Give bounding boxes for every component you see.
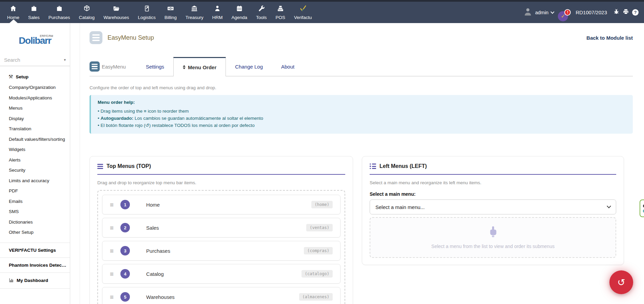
search-input[interactable] [4,57,55,63]
sidebar-item-widgets[interactable]: Widgets [0,145,70,155]
sidebar-item-emails[interactable]: Emails [0,196,70,207]
verifactu-status-widget[interactable]: ✓ ! [558,11,568,21]
top-menus-description: Drag and drop to reorganize top menu bar… [97,180,345,185]
tab-menu-order-label: Menu Order [188,64,216,70]
sidebar-section-phantom-invoices[interactable]: Phantom Invoices Detec… [0,263,70,268]
menu-code-pill: (catalogo) [301,270,333,278]
sidebar-item-security[interactable]: Security [0,165,70,176]
nav-item-catalog[interactable]: Catalog [75,2,99,23]
reset-menus-fab-button[interactable]: ↺ [609,270,633,294]
tab-about[interactable]: About [272,57,304,76]
nav-item-label: Billing [164,15,177,20]
catalog-icon [83,5,91,14]
nav-item-label: Purchases [48,15,70,20]
tab-change-log[interactable]: Change Log [226,57,272,76]
sidebar-item-limits[interactable]: Limits and accuracy [0,176,70,186]
main-menu-select[interactable]: Select a main menu... [370,200,616,214]
sidebar-item-pdf[interactable]: PDF [0,186,70,196]
drag-handle-icon[interactable]: ≡ [110,294,114,300]
order-number-badge: 3 [120,246,130,255]
main-menu-select-label: Select a main menu: [370,191,616,197]
active-menu-notch [9,19,18,23]
menu-row-label: Sales [146,225,159,231]
sidebar-section-setup[interactable]: ⚒ Setup [0,74,70,80]
logo-suffix: ERP/CRM [40,34,53,38]
help-icon[interactable]: ? [632,9,639,16]
drag-handle-icon[interactable]: ≡ [110,248,114,254]
nav-item-verifactu[interactable]: Verifactu [290,2,316,23]
app-window: Home Sales Purchases Catalog Warehouses … [0,0,644,304]
sidebar-divider [0,288,70,289]
page-header: EasyMenu Setup Back to Module list [90,31,633,44]
nav-item-tools[interactable]: Tools [252,2,271,23]
tools-icon [258,5,265,14]
submenu-empty-state: Select a menu from the list to view and … [370,217,616,258]
sidebar-item-modules[interactable]: Modules/Applications [0,93,70,103]
nav-item-label: Catalog [79,15,95,20]
menu-row-home[interactable]: ≡ 1 Home (home) [102,195,340,214]
purchases-icon [56,5,63,14]
menu-code-pill: (home) [311,201,333,208]
sidebar-item-company[interactable]: Company/Organization [0,82,70,93]
sidebar-item-translation[interactable]: Translation [0,124,70,134]
drag-handle-icon[interactable]: ≡ [110,202,114,208]
drag-handle-icon[interactable]: ≡ [110,225,114,231]
back-to-module-list-link[interactable]: Back to Module list [586,35,633,41]
sidebar-item-display[interactable]: Display [0,114,70,124]
setup-menu-list: Company/Organization Modules/Application… [0,82,70,238]
nav-item-label: Logistics [138,15,156,20]
sidebar-divider [0,272,70,273]
nav-item-label: Tools [256,15,267,20]
sidebar-item-menus[interactable]: Menus [0,103,70,114]
drag-handle-icon[interactable]: ≡ [110,271,114,277]
chevron-down-icon [607,204,611,208]
menu-row-catalog[interactable]: ≡ 4 Catalog (catalogo) [102,264,340,284]
top-menus-title: Top Menus (TOP) [106,163,151,169]
dolibarr-logo: Dolibarr ERP/CRM [19,35,51,46]
search-dropdown-caret-icon[interactable]: ▾ [64,58,66,62]
user-avatar [523,7,532,18]
menu-row-sales[interactable]: ≡ 2 Sales (ventas) [102,218,340,238]
sidebar-item-other-setup[interactable]: Other Setup [0,227,70,238]
nav-item-sales[interactable]: Sales [24,2,44,23]
hrm-icon [214,5,221,14]
order-number-badge: 1 [120,200,130,209]
nav-item-warehouses[interactable]: Warehouses [99,2,133,23]
page-title: EasyMenu Setup [108,34,154,41]
sales-icon [30,5,38,14]
verifactu-check-icon [299,5,307,14]
sidebar-item-sms[interactable]: SMS [0,207,70,217]
sidebar-item-alerts[interactable]: Alerts [0,155,70,166]
nav-item-label: POS [276,15,286,20]
sidebar-section-verifactu[interactable]: VERI*FACTU Settings [0,248,70,253]
debug-bug-icon[interactable] [613,8,620,16]
help-line-drag: • Drag items using the ≡ icon to reorder… [98,108,626,115]
user-menu[interactable]: admin [523,7,554,18]
navbar-tools: ? [613,8,639,16]
top-menus-sortable-list: ≡ 1 Home (home) ≡ 2 Sales (ventas) [97,190,345,304]
left-menus-panel-header: Left Menus (LEFT) [370,163,616,175]
nav-item-treasury[interactable]: Treasury [181,2,208,23]
sort-updown-icon [183,65,186,69]
left-menus-title: Left Menus (LEFT) [379,163,427,169]
top-menus-panel-header: Top Menus (TOP) [97,163,345,175]
nav-item-purchases[interactable]: Purchases [44,2,75,23]
dashboard-label: My Dashboard [17,278,48,283]
tab-settings[interactable]: Settings [137,57,173,76]
print-icon[interactable] [623,8,629,16]
sidebar-item-dictionaries[interactable]: Dictionaries [0,217,70,228]
tab-menu-order[interactable]: Menu Order [173,57,226,76]
page-description: Configure the order of top and left menu… [90,85,633,90]
menu-row-purchases[interactable]: ≡ 3 Purchases (compras) [102,241,340,261]
sidebar-item-defaults[interactable]: Default values/filters/sorting [0,134,70,145]
menu-row-label: Catalog [146,271,164,277]
menu-row-warehouses[interactable]: ≡ 5 Warehouses (almacenes) [102,287,340,304]
sidebar-section-my-dashboard[interactable]: My Dashboard [0,278,70,284]
nav-item-hrm[interactable]: HRM [208,2,227,23]
order-number-badge: 5 [120,292,130,302]
nav-item-billing[interactable]: Billing [160,2,181,23]
nav-item-logistics[interactable]: Logistics [133,2,160,23]
nav-item-agenda[interactable]: Agenda [227,2,252,23]
nav-item-pos[interactable]: POS [271,2,290,23]
edge-widget[interactable] [640,200,644,217]
